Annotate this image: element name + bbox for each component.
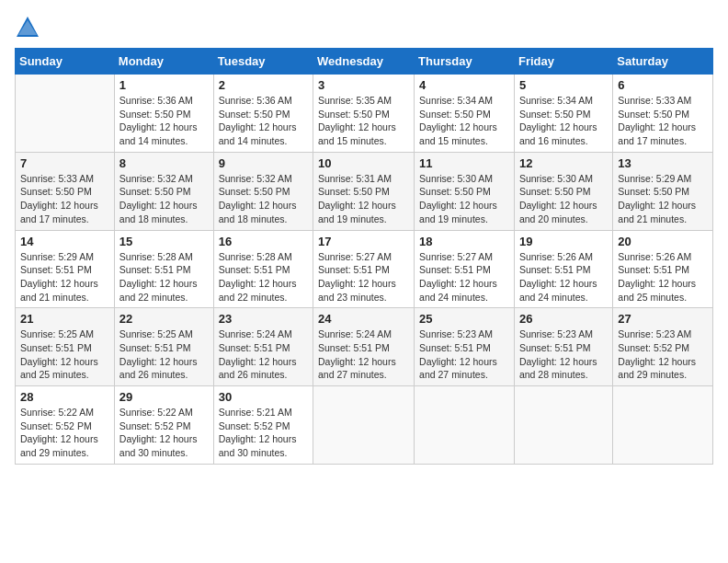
day-info: Sunrise: 5:24 AM Sunset: 5:51 PM Dayligh…	[318, 327, 409, 382]
page-header	[15, 15, 713, 40]
day-number: 27	[618, 312, 708, 326]
svg-marker-1	[18, 20, 37, 35]
calendar-cell: 2Sunrise: 5:36 AM Sunset: 5:50 PM Daylig…	[213, 75, 313, 153]
calendar-cell: 29Sunrise: 5:22 AM Sunset: 5:52 PM Dayli…	[114, 386, 213, 465]
calendar-cell: 17Sunrise: 5:27 AM Sunset: 5:51 PM Dayli…	[313, 230, 415, 308]
day-info: Sunrise: 5:22 AM Sunset: 5:52 PM Dayligh…	[119, 406, 209, 460]
calendar-cell	[16, 75, 115, 153]
day-number: 22	[119, 312, 209, 326]
calendar-cell: 9Sunrise: 5:32 AM Sunset: 5:50 PM Daylig…	[213, 152, 313, 230]
day-info: Sunrise: 5:36 AM Sunset: 5:50 PM Dayligh…	[219, 94, 308, 148]
day-info: Sunrise: 5:23 AM Sunset: 5:51 PM Dayligh…	[419, 327, 509, 382]
day-number: 5	[519, 78, 608, 92]
day-info: Sunrise: 5:26 AM Sunset: 5:51 PM Dayligh…	[519, 250, 608, 304]
day-number: 11	[419, 156, 509, 170]
day-info: Sunrise: 5:22 AM Sunset: 5:52 PM Dayligh…	[20, 406, 109, 460]
calendar-cell: 26Sunrise: 5:23 AM Sunset: 5:51 PM Dayli…	[514, 308, 612, 386]
day-info: Sunrise: 5:34 AM Sunset: 5:50 PM Dayligh…	[519, 94, 608, 148]
day-number: 24	[318, 312, 409, 326]
calendar-cell: 12Sunrise: 5:30 AM Sunset: 5:50 PM Dayli…	[514, 152, 612, 230]
calendar-week-row: 14Sunrise: 5:29 AM Sunset: 5:51 PM Dayli…	[16, 230, 713, 308]
day-info: Sunrise: 5:33 AM Sunset: 5:50 PM Dayligh…	[20, 172, 109, 226]
calendar-table: SundayMondayTuesdayWednesdayThursdayFrid…	[15, 48, 713, 465]
day-info: Sunrise: 5:34 AM Sunset: 5:50 PM Dayligh…	[419, 94, 509, 148]
day-number: 23	[219, 312, 308, 326]
day-number: 13	[618, 156, 708, 170]
day-number: 1	[119, 78, 209, 92]
calendar-cell: 18Sunrise: 5:27 AM Sunset: 5:51 PM Dayli…	[415, 230, 515, 308]
calendar-cell: 7Sunrise: 5:33 AM Sunset: 5:50 PM Daylig…	[16, 152, 115, 230]
day-info: Sunrise: 5:33 AM Sunset: 5:50 PM Dayligh…	[618, 94, 708, 148]
calendar-cell: 16Sunrise: 5:28 AM Sunset: 5:51 PM Dayli…	[213, 230, 313, 308]
day-info: Sunrise: 5:23 AM Sunset: 5:52 PM Dayligh…	[618, 327, 708, 382]
calendar-cell: 3Sunrise: 5:35 AM Sunset: 5:50 PM Daylig…	[313, 75, 415, 153]
day-number: 9	[219, 156, 308, 170]
day-number: 6	[618, 78, 708, 92]
day-number: 15	[119, 235, 209, 248]
column-header-thursday: Thursday	[415, 49, 515, 75]
column-header-sunday: Sunday	[16, 49, 115, 75]
day-info: Sunrise: 5:29 AM Sunset: 5:50 PM Dayligh…	[618, 172, 708, 226]
calendar-cell: 5Sunrise: 5:34 AM Sunset: 5:50 PM Daylig…	[514, 75, 612, 153]
day-number: 3	[318, 78, 409, 92]
calendar-cell: 10Sunrise: 5:31 AM Sunset: 5:50 PM Dayli…	[313, 152, 415, 230]
calendar-cell: 24Sunrise: 5:24 AM Sunset: 5:51 PM Dayli…	[313, 308, 415, 386]
calendar-cell: 13Sunrise: 5:29 AM Sunset: 5:50 PM Dayli…	[613, 152, 713, 230]
day-number: 21	[20, 312, 109, 326]
column-header-tuesday: Tuesday	[213, 49, 313, 75]
day-info: Sunrise: 5:35 AM Sunset: 5:50 PM Dayligh…	[318, 94, 409, 148]
day-number: 7	[20, 156, 109, 170]
day-number: 4	[419, 78, 509, 92]
column-header-friday: Friday	[514, 49, 612, 75]
calendar-cell: 23Sunrise: 5:24 AM Sunset: 5:51 PM Dayli…	[213, 308, 313, 386]
calendar-cell: 15Sunrise: 5:28 AM Sunset: 5:51 PM Dayli…	[114, 230, 213, 308]
day-number: 30	[219, 390, 308, 404]
calendar-cell: 22Sunrise: 5:25 AM Sunset: 5:51 PM Dayli…	[114, 308, 213, 386]
day-info: Sunrise: 5:30 AM Sunset: 5:50 PM Dayligh…	[419, 172, 509, 226]
calendar-cell: 6Sunrise: 5:33 AM Sunset: 5:50 PM Daylig…	[613, 75, 713, 153]
day-info: Sunrise: 5:25 AM Sunset: 5:51 PM Dayligh…	[20, 327, 109, 382]
calendar-week-row: 21Sunrise: 5:25 AM Sunset: 5:51 PM Dayli…	[16, 308, 713, 386]
calendar-cell: 19Sunrise: 5:26 AM Sunset: 5:51 PM Dayli…	[514, 230, 612, 308]
day-number: 16	[219, 235, 308, 248]
day-info: Sunrise: 5:27 AM Sunset: 5:51 PM Dayligh…	[318, 250, 409, 304]
calendar-cell: 28Sunrise: 5:22 AM Sunset: 5:52 PM Dayli…	[16, 386, 115, 465]
day-info: Sunrise: 5:27 AM Sunset: 5:51 PM Dayligh…	[419, 250, 509, 304]
calendar-cell	[313, 386, 415, 465]
day-info: Sunrise: 5:28 AM Sunset: 5:51 PM Dayligh…	[119, 250, 209, 304]
day-number: 29	[119, 390, 209, 404]
day-number: 26	[519, 312, 608, 326]
day-number: 2	[219, 78, 308, 92]
day-number: 25	[419, 312, 509, 326]
calendar-cell: 20Sunrise: 5:26 AM Sunset: 5:51 PM Dayli…	[613, 230, 713, 308]
day-info: Sunrise: 5:26 AM Sunset: 5:51 PM Dayligh…	[618, 250, 708, 304]
day-number: 12	[519, 156, 608, 170]
day-number: 8	[119, 156, 209, 170]
day-number: 20	[618, 235, 708, 248]
calendar-cell: 1Sunrise: 5:36 AM Sunset: 5:50 PM Daylig…	[114, 75, 213, 153]
calendar-header-row: SundayMondayTuesdayWednesdayThursdayFrid…	[16, 49, 713, 75]
day-info: Sunrise: 5:28 AM Sunset: 5:51 PM Dayligh…	[219, 250, 308, 304]
day-info: Sunrise: 5:36 AM Sunset: 5:50 PM Dayligh…	[119, 94, 209, 148]
day-info: Sunrise: 5:32 AM Sunset: 5:50 PM Dayligh…	[119, 172, 209, 226]
day-number: 10	[318, 156, 409, 170]
calendar-cell: 4Sunrise: 5:34 AM Sunset: 5:50 PM Daylig…	[415, 75, 515, 153]
column-header-monday: Monday	[114, 49, 213, 75]
day-info: Sunrise: 5:24 AM Sunset: 5:51 PM Dayligh…	[219, 327, 308, 382]
day-info: Sunrise: 5:23 AM Sunset: 5:51 PM Dayligh…	[519, 327, 608, 382]
day-number: 18	[419, 235, 509, 248]
day-number: 19	[519, 235, 608, 248]
day-info: Sunrise: 5:31 AM Sunset: 5:50 PM Dayligh…	[318, 172, 409, 226]
day-number: 14	[20, 235, 109, 248]
day-info: Sunrise: 5:25 AM Sunset: 5:51 PM Dayligh…	[119, 327, 209, 382]
calendar-week-row: 7Sunrise: 5:33 AM Sunset: 5:50 PM Daylig…	[16, 152, 713, 230]
calendar-week-row: 28Sunrise: 5:22 AM Sunset: 5:52 PM Dayli…	[16, 386, 713, 465]
day-number: 17	[318, 235, 409, 248]
logo	[15, 15, 44, 40]
day-info: Sunrise: 5:29 AM Sunset: 5:51 PM Dayligh…	[20, 250, 109, 304]
logo-icon	[15, 15, 40, 40]
calendar-cell	[415, 386, 515, 465]
calendar-cell: 30Sunrise: 5:21 AM Sunset: 5:52 PM Dayli…	[213, 386, 313, 465]
day-info: Sunrise: 5:32 AM Sunset: 5:50 PM Dayligh…	[219, 172, 308, 226]
day-number: 28	[20, 390, 109, 404]
